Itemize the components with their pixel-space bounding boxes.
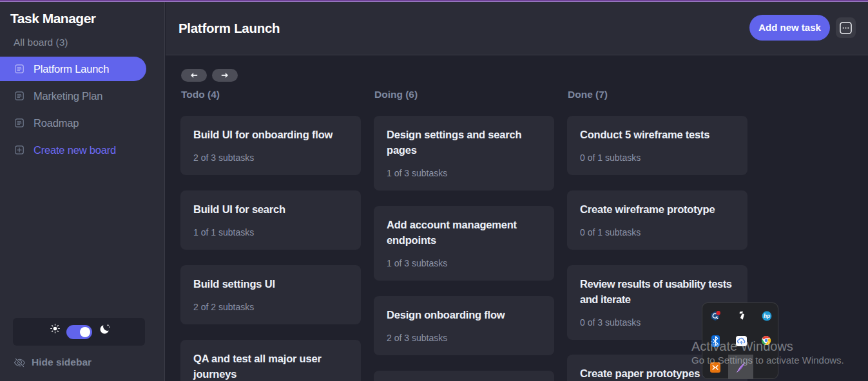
svg-text:hp: hp (764, 313, 770, 319)
